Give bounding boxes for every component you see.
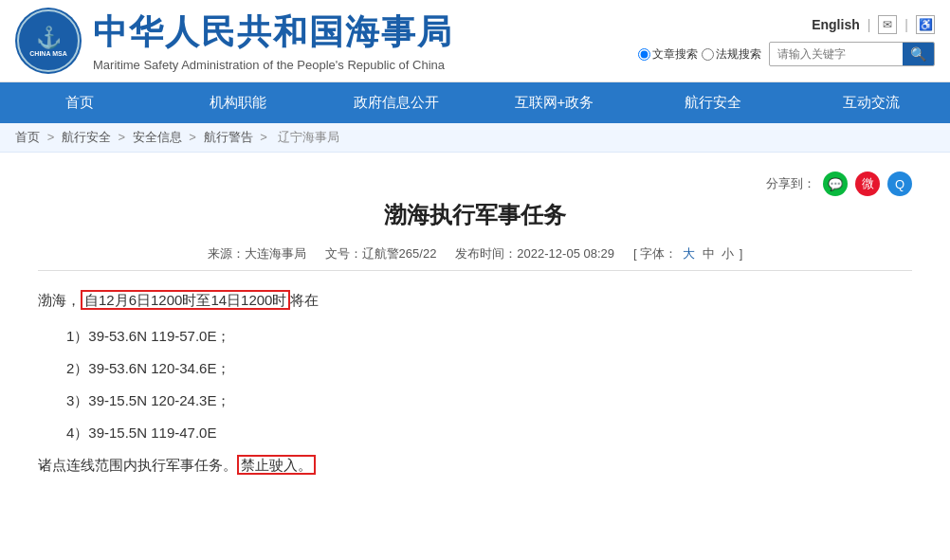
anchor-icon: ⚓ (36, 26, 62, 50)
body-paragraph2: 诸点连线范围内执行军事任务。禁止驶入。 (38, 451, 912, 479)
article-body: 渤海，自12月6日1200时至14日1200时将在 1）39-53.6N 119… (38, 286, 912, 479)
coord-row-2: 2）39-53.6N 120-34.6E； (66, 354, 912, 383)
nav-interaction[interactable]: 互动交流 (792, 82, 950, 123)
source-value: 大连海事局 (245, 246, 306, 261)
coord-row-1: 1）39-53.6N 119-57.0E； (66, 322, 912, 351)
nav-internet-plus[interactable]: 互联网+政务 (475, 82, 633, 123)
breadcrumb-nav-safety[interactable]: 航行安全 (62, 130, 111, 144)
body-paragraph1: 渤海，自12月6日1200时至14日1200时将在 (38, 286, 912, 315)
font-medium-btn[interactable]: 中 (703, 246, 715, 261)
nav-gov-info[interactable]: 政府信息公开 (317, 82, 475, 123)
body-text-bohai: 渤海， (38, 292, 81, 308)
english-link[interactable]: English (812, 17, 860, 32)
breadcrumb-liaoning: 辽宁海事局 (278, 130, 339, 144)
share-row: 分享到： 💬 微 Q (38, 172, 912, 196)
breadcrumb-sep3: > (189, 130, 199, 144)
coord-row-4: 4）39-15.5N 119-47.0E (66, 419, 912, 447)
radio-law-input[interactable] (702, 48, 714, 61)
main-content: 分享到： 💬 微 Q 渤海执行军事任务 来源：大连海事局 文号：辽航警265/2… (0, 153, 950, 515)
search-button[interactable]: 🔍 (903, 43, 934, 65)
radio-article[interactable]: 文章搜索 (638, 46, 698, 63)
font-large-btn[interactable]: 大 (683, 246, 695, 261)
share-label: 分享到： (766, 175, 815, 192)
header-left: ⚓ CHINA MSA 中华人民共和国海事局 Maritime Safety A… (15, 8, 453, 74)
search-type-radios: 文章搜索 法规搜索 (638, 46, 761, 63)
font-small-btn[interactable]: 小 (722, 246, 734, 261)
source-label: 来源：大连海事局 (208, 245, 306, 262)
search-input-wrap: 🔍 (769, 42, 935, 66)
share-wechat-icon[interactable]: 💬 (823, 172, 848, 196)
accessibility-icon[interactable]: ♿ (916, 15, 935, 34)
logo: ⚓ CHINA MSA (15, 8, 82, 74)
highlighted-date-range: 自12月6日1200时至14日1200时 (81, 290, 290, 310)
breadcrumb: 首页 > 航行安全 > 安全信息 > 航行警告 > 辽宁海事局 (0, 123, 950, 153)
separator2: | (904, 17, 908, 32)
breadcrumb-home[interactable]: 首页 (15, 130, 40, 144)
nav-home[interactable]: 首页 (0, 82, 158, 123)
content-divider (38, 270, 912, 271)
article-title: 渤海执行军事任务 (38, 200, 912, 230)
radio-law[interactable]: 法规搜索 (702, 46, 761, 63)
font-size-bracket-close: ] (740, 246, 743, 261)
nav-navigation-safety[interactable]: 航行安全 (633, 82, 792, 123)
font-size-control: [ 字体： 大 中 小 ] (633, 245, 742, 262)
email-icon[interactable]: ✉ (878, 15, 897, 34)
body-text-military: 诸点连线范围内执行军事任务。 (38, 457, 237, 473)
page-header: ⚓ CHINA MSA 中华人民共和国海事局 Maritime Safety A… (0, 0, 950, 82)
coord-row-3: 3）39-15.5N 120-24.3E； (66, 387, 912, 415)
radio-law-label: 法规搜索 (716, 46, 761, 63)
main-nav: 首页 机构职能 政府信息公开 互联网+政务 航行安全 互动交流 (0, 82, 950, 123)
radio-article-label: 文章搜索 (652, 46, 698, 63)
share-qq-icon[interactable]: Q (887, 172, 912, 196)
body-text-will: 将在 (290, 292, 319, 308)
share-weibo-icon[interactable]: 微 (855, 172, 880, 196)
article-meta: 来源：大连海事局 文号：辽航警265/22 发布时间：2022-12-05 08… (38, 245, 912, 262)
font-size-bracket-open: [ (633, 246, 637, 261)
breadcrumb-sep1: > (47, 130, 58, 144)
separator1: | (868, 17, 871, 32)
header-right: English | ✉ | ♿ 文章搜索 法规搜索 🔍 (638, 15, 935, 66)
doc-no: 文号：辽航警265/22 (325, 245, 437, 262)
search-row: 文章搜索 法规搜索 🔍 (638, 42, 935, 66)
coordinates-list: 1）39-53.6N 119-57.0E； 2）39-53.6N 120-34.… (66, 322, 912, 447)
doc-no-value: 辽航警265/22 (362, 246, 437, 261)
publish-date: 发布时间：2022-12-05 08:29 (455, 245, 614, 262)
breadcrumb-sep4: > (260, 130, 270, 144)
breadcrumb-nav-warning[interactable]: 航行警告 (204, 130, 253, 144)
search-input[interactable] (770, 44, 903, 64)
highlighted-no-entry: 禁止驶入。 (237, 455, 316, 475)
date-value: 2022-12-05 08:29 (517, 246, 614, 261)
breadcrumb-safety-info[interactable]: 安全信息 (133, 130, 182, 144)
site-title-en: Maritime Safety Administration of the Pe… (93, 58, 453, 72)
header-title: 中华人民共和国海事局 Maritime Safety Administratio… (93, 9, 453, 72)
nav-org[interactable]: 机构职能 (158, 82, 317, 123)
breadcrumb-sep2: > (118, 130, 128, 144)
logo-text-china-msa: CHINA MSA (29, 50, 66, 57)
radio-article-input[interactable] (638, 48, 650, 61)
top-links: English | ✉ | ♿ (812, 15, 935, 34)
site-title-cn: 中华人民共和国海事局 (93, 9, 453, 56)
